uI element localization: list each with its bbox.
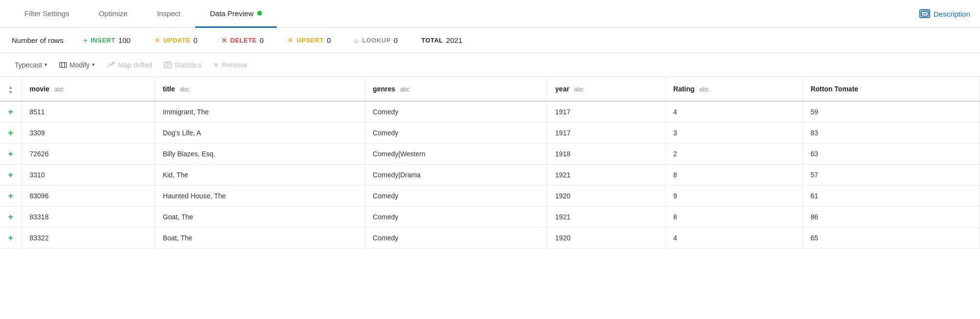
tab-filter-settings[interactable]: Filter Settings xyxy=(10,0,84,28)
total-stat: TOTAL 2021 xyxy=(421,36,462,44)
insert-cell: + xyxy=(0,144,22,165)
upsert-icon: ✳ xyxy=(287,36,293,45)
col-header-title[interactable]: title abc xyxy=(155,77,364,101)
description-icon xyxy=(919,9,930,18)
col-header-movie[interactable]: movie abc xyxy=(22,77,155,101)
insert-row-icon: + xyxy=(8,233,13,243)
insert-row-icon: + xyxy=(8,170,13,180)
movie-cell: 83096 xyxy=(22,186,155,207)
data-table-container[interactable]: ▲▼ movie abc title abc genres abc year xyxy=(0,77,980,249)
rotten-tomatoes-cell: 65 xyxy=(802,228,980,249)
table-row: +83322Boat, TheComedy1920465 xyxy=(0,228,980,249)
genres-cell: Comedy xyxy=(365,228,547,249)
modify-label: Modify xyxy=(69,61,89,69)
col-header-rotten-tomatoes[interactable]: Rotton Tomate xyxy=(802,77,980,101)
delete-stat: ✕ DELETE 0 xyxy=(221,36,264,45)
statistics-label: Statistics xyxy=(174,61,201,69)
insert-row-icon: + xyxy=(8,191,13,201)
update-label: UPDATE xyxy=(163,37,190,44)
year-cell: 1921 xyxy=(547,165,665,186)
insert-row-icon: + xyxy=(8,149,13,159)
map-drifted-label: Map drifted xyxy=(118,61,152,69)
modify-icon xyxy=(59,62,67,68)
year-cell: 1917 xyxy=(547,123,665,144)
rating-cell: 8 xyxy=(665,165,802,186)
genres-cell: Comedy xyxy=(365,101,547,123)
table-row: +72626Billy Blazes, Esq.Comedy|Western19… xyxy=(0,144,980,165)
insert-cell: + xyxy=(0,101,22,123)
number-of-rows-label: Number of rows xyxy=(12,36,64,44)
lookup-stat: ⌕ LOOKUP 0 xyxy=(354,36,398,45)
update-stat: ✳ UPDATE 0 xyxy=(154,36,198,45)
rotten-tomatoes-cell: 59 xyxy=(802,101,980,123)
rating-cell: 2 xyxy=(665,144,802,165)
genres-cell: Comedy xyxy=(365,123,547,144)
typecast-button[interactable]: Typecast ▾ xyxy=(10,59,52,71)
rating-cell: 9 xyxy=(665,186,802,207)
insert-label: INSERT xyxy=(90,37,115,44)
modify-chevron-icon: ▾ xyxy=(92,62,95,68)
tab-data-preview[interactable]: Data Preview xyxy=(195,0,277,28)
table-row: +3310Kid, TheComedy|Drama1921857 xyxy=(0,165,980,186)
insert-cell: + xyxy=(0,123,22,144)
title-cell: Dog's Life, A xyxy=(155,123,364,144)
map-drifted-button[interactable]: Map drifted xyxy=(102,59,157,71)
insert-cell: + xyxy=(0,165,22,186)
rating-cell: 4 xyxy=(665,228,802,249)
rotten-tomatoes-cell: 61 xyxy=(802,186,980,207)
description-button[interactable]: Description xyxy=(919,9,970,18)
lookup-label: LOOKUP xyxy=(362,37,391,44)
update-value: 0 xyxy=(193,36,197,44)
upsert-label: UPSERT xyxy=(296,37,324,44)
total-label: TOTAL xyxy=(421,37,443,44)
col-header-genres[interactable]: genres abc xyxy=(365,77,547,101)
remove-icon: ✕ xyxy=(213,61,219,69)
svg-rect-1 xyxy=(60,63,67,67)
insert-value: 100 xyxy=(118,36,131,44)
table-row: +3309Dog's Life, AComedy1917383 xyxy=(0,123,980,144)
modify-button[interactable]: Modify ▾ xyxy=(54,59,100,71)
table-row: +8511Immigrant, TheComedy1917459 xyxy=(0,101,980,123)
typecast-label: Typecast xyxy=(15,61,42,69)
typecast-chevron-icon: ▾ xyxy=(45,62,47,68)
rating-cell: 4 xyxy=(665,101,802,123)
insert-cell: + xyxy=(0,186,22,207)
update-icon: ✳ xyxy=(154,36,160,45)
statistics-button[interactable]: Statistics xyxy=(159,59,206,71)
delete-value: 0 xyxy=(260,36,264,44)
insert-icon: + xyxy=(83,36,88,45)
movie-cell: 8511 xyxy=(22,101,155,123)
sort-icon[interactable]: ▲▼ xyxy=(8,85,13,95)
rotten-tomatoes-cell: 63 xyxy=(802,144,980,165)
active-dot xyxy=(257,11,262,16)
genres-cell: Comedy|Western xyxy=(365,144,547,165)
genres-cell: Comedy|Drama xyxy=(365,165,547,186)
rotten-tomatoes-cell: 83 xyxy=(802,123,980,144)
title-cell: Immigrant, The xyxy=(155,101,364,123)
year-cell: 1920 xyxy=(547,186,665,207)
tab-inspect[interactable]: Inspect xyxy=(142,0,195,28)
col-header-rating[interactable]: Rating abc xyxy=(665,77,802,101)
data-table: ▲▼ movie abc title abc genres abc year xyxy=(0,77,980,249)
lookup-icon: ⌕ xyxy=(354,36,359,45)
movie-cell: 3310 xyxy=(22,165,155,186)
remove-button[interactable]: ✕ Remove xyxy=(208,59,252,71)
table-row: +83096Haunted House, TheComedy1920961 xyxy=(0,186,980,207)
lookup-value: 0 xyxy=(394,36,398,44)
insert-cell: + xyxy=(0,207,22,228)
upsert-value: 0 xyxy=(327,36,331,44)
rating-cell: 8 xyxy=(665,207,802,228)
year-cell: 1918 xyxy=(547,144,665,165)
movie-cell: 3309 xyxy=(22,123,155,144)
title-cell: Kid, The xyxy=(155,165,364,186)
statistics-icon xyxy=(164,62,172,68)
total-value: 2021 xyxy=(446,36,462,44)
col-header-indicator[interactable]: ▲▼ xyxy=(0,77,22,101)
tab-optimize[interactable]: Optimize xyxy=(84,0,142,28)
insert-row-icon: + xyxy=(8,128,13,138)
col-header-year[interactable]: year abc xyxy=(547,77,665,101)
movie-cell: 72626 xyxy=(22,144,155,165)
movie-cell: 83318 xyxy=(22,207,155,228)
year-cell: 1921 xyxy=(547,207,665,228)
table-row: +83318Goat, TheComedy1921886 xyxy=(0,207,980,228)
